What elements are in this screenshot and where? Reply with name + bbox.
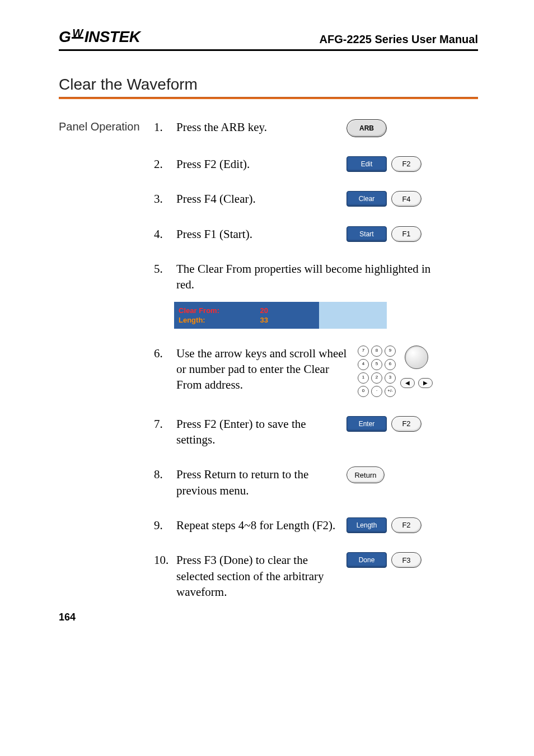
step-number: 1. (154, 119, 174, 135)
f4-key-icon: F4 (391, 191, 421, 207)
numpad-icon: 7 8 9 4 5 6 1 2 3 0 · +/- (358, 346, 396, 397)
manual-title: AFG-2225 Series User Manual (320, 33, 478, 46)
numkey-7: 7 (358, 346, 369, 357)
start-softkey-icon: Start (346, 226, 387, 242)
logo-uw: W (72, 29, 83, 39)
return-key-icon: Return (346, 466, 385, 483)
step-number: 10. (154, 552, 174, 568)
arb-key-icon: ARB (346, 119, 387, 137)
numkey-8: 8 (371, 346, 382, 357)
f2-key-icon: F2 (391, 517, 421, 533)
step-number: 4. (154, 226, 174, 242)
step-number: 8. (154, 466, 174, 482)
numkey-sign: +/- (385, 386, 396, 397)
step-text: Press F1 (Start). (176, 226, 344, 242)
enter-softkey-icon: Enter (346, 416, 387, 432)
done-softkey-icon: Done (346, 552, 387, 568)
step-text: Press F2 (Enter) to save the settings. (176, 416, 344, 448)
side-label: Panel Operation (59, 119, 154, 298)
property-panel: Clear From: 20 Length: 33 (174, 302, 387, 329)
f3-key-icon: F3 (391, 552, 421, 568)
step-text: The Clear From properties will become hi… (176, 261, 434, 293)
length-label: Length: (179, 316, 260, 324)
length-value: 33 (260, 316, 315, 324)
step-text: Press F2 (Edit). (176, 156, 344, 172)
step-text: Use the arrow keys and scroll wheel or n… (176, 346, 355, 393)
numkey-0: 0 (358, 386, 369, 397)
numkey-4: 4 (358, 359, 369, 370)
logo-instek: INSTEK (85, 28, 140, 46)
step-text: Repeat steps 4~8 for Length (F2). (176, 517, 344, 533)
step-number: 2. (154, 156, 174, 172)
numkey-dot: · (371, 386, 382, 397)
page-number: 164 (59, 612, 76, 623)
numkey-2: 2 (371, 372, 382, 384)
edit-softkey-icon: Edit (346, 156, 387, 172)
length-softkey-icon: Length (346, 517, 387, 533)
section-rule (59, 97, 478, 99)
step-number: 5. (154, 261, 174, 277)
f2-key-icon: F2 (391, 156, 421, 172)
header-rule (59, 49, 478, 51)
left-arrow-key-icon: ◀ (400, 378, 415, 388)
logo-g: G (59, 28, 71, 46)
clear-from-value: 20 (260, 306, 315, 315)
numkey-1: 1 (358, 372, 369, 384)
step-text: Press the ARB key. (176, 119, 344, 135)
step-number: 3. (154, 191, 174, 207)
f1-key-icon: F1 (391, 226, 421, 242)
step-text: Press F4 (Clear). (176, 191, 344, 207)
scroll-wheel-icon (405, 346, 428, 369)
f2-key-icon: F2 (391, 416, 421, 432)
clear-softkey-icon: Clear (346, 191, 387, 207)
numkey-5: 5 (371, 359, 382, 370)
brand-logo: GWINSTEK (59, 28, 140, 46)
numkey-6: 6 (385, 359, 396, 370)
step-text: Press F3 (Done) to clear the selected se… (176, 552, 344, 600)
step-text: Press Return to return to the previous m… (176, 466, 344, 498)
step-number: 7. (154, 416, 174, 432)
numkey-3: 3 (385, 372, 396, 384)
clear-from-label: Clear From: (179, 306, 260, 315)
section-title: Clear the Waveform (59, 76, 478, 94)
step-number: 6. (154, 346, 174, 361)
numkey-9: 9 (385, 346, 396, 357)
right-arrow-key-icon: ▶ (418, 378, 433, 388)
step-number: 9. (154, 517, 174, 533)
